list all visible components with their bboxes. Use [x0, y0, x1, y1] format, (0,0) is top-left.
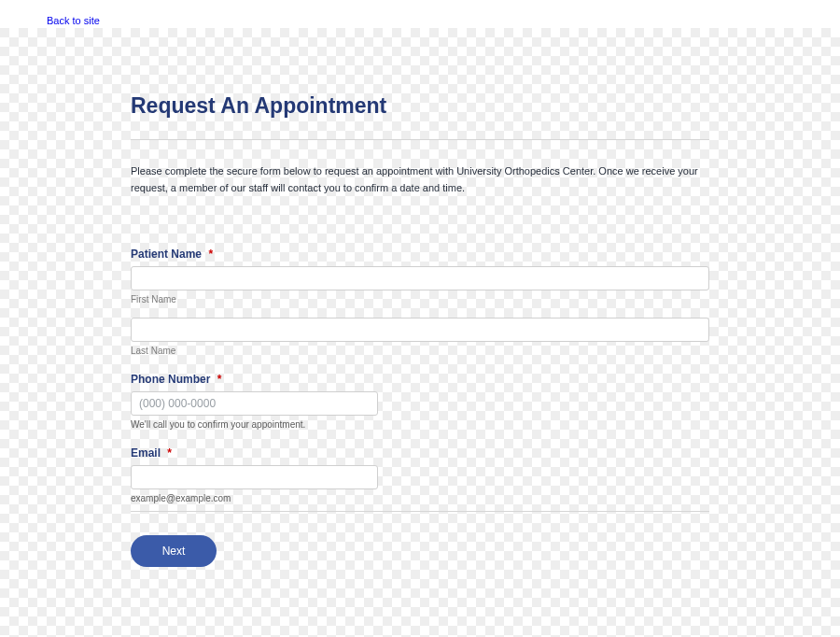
patient-name-group: Patient Name * First Name Last Name — [131, 248, 709, 356]
email-label: Email * — [131, 446, 709, 460]
form-actions: Next — [131, 535, 709, 567]
first-name-input[interactable] — [131, 266, 709, 290]
last-name-sublabel: Last Name — [131, 346, 709, 356]
required-marker: * — [217, 373, 222, 386]
phone-input[interactable] — [131, 391, 378, 416]
email-group: Email * example@example.com — [131, 446, 709, 503]
email-helper: example@example.com — [131, 493, 709, 503]
last-name-input[interactable] — [131, 318, 709, 342]
intro-text: Please complete the secure form below to… — [131, 163, 709, 196]
page-title: Request An Appointment — [131, 93, 709, 140]
required-marker: * — [167, 446, 172, 460]
label-text: Patient Name — [131, 248, 202, 261]
back-to-site-link[interactable]: Back to site — [47, 15, 100, 26]
form-container: Request An Appointment Please complete t… — [131, 28, 709, 567]
first-name-row: First Name — [131, 266, 709, 304]
phone-helper: We'll call you to confirm your appointme… — [131, 419, 709, 430]
first-name-sublabel: First Name — [131, 294, 709, 304]
top-bar: Back to site — [0, 0, 840, 28]
next-button[interactable]: Next — [131, 535, 217, 567]
label-text: Email — [131, 446, 161, 460]
label-text: Phone Number — [131, 373, 210, 386]
last-name-row: Last Name — [131, 318, 709, 356]
bottom-divider — [131, 511, 709, 512]
email-input[interactable] — [131, 465, 378, 489]
phone-group: Phone Number * We'll call you to confirm… — [131, 373, 709, 430]
appointment-form: Patient Name * First Name Last Name Phon… — [131, 248, 709, 567]
required-marker: * — [208, 248, 213, 261]
phone-label: Phone Number * — [131, 373, 709, 386]
patient-name-label: Patient Name * — [131, 248, 709, 261]
